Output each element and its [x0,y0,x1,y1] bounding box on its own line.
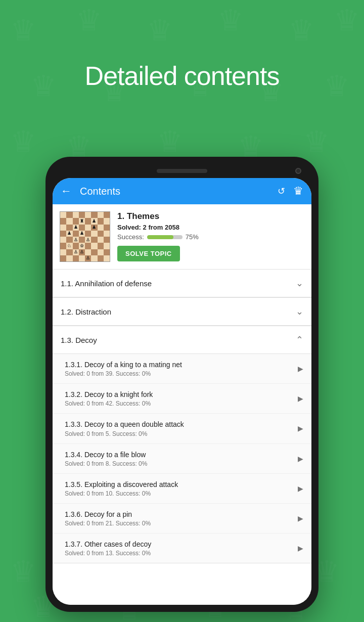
chevron-up-icon: ⌃ [296,334,303,345]
play-icon: ▶ [298,455,303,463]
item-title: 1.3.4. Decoy to a file blow [65,450,294,459]
item-title: 1.3.2. Decoy to a knight fork [65,390,294,399]
solve-topic-button[interactable]: SOLVE TOPIC [117,246,180,261]
topic-success: Success: 75% [117,233,304,241]
section-1-1-title: 1.1. Annihilation of defense [61,279,152,288]
svg-text:♛: ♛ [147,14,173,47]
svg-text:♛: ♛ [303,125,330,158]
svg-text:♛: ♛ [76,4,102,36]
item-sub: Solved: 0 from 13. Success: 0% [65,550,294,557]
play-icon: ▶ [298,424,303,432]
play-icon: ▶ [298,544,303,552]
section-1-2: 1.2. Distraction ⌄ [53,298,311,326]
phone-screen: ← Contents ↺ ♛ ♜♟♟♟♟♟♙♙♘♔♙♙♙ 1. Themes S… [53,178,311,605]
play-icon: ▶ [298,484,303,493]
list-item-content: 1.3.7. Other cases of decoy Solved: 0 fr… [65,540,294,557]
item-title: 1.3.1. Decoy of a king to a mating net [65,360,294,369]
app-bar-actions: ↺ ♛ [278,185,303,198]
list-item-content: 1.3.2. Decoy to a knight fork Solved: 0 … [65,390,294,407]
list-item[interactable]: 1.3.1. Decoy of a king to a mating net S… [53,354,311,384]
topic-title: 1. Themes [117,211,304,221]
section-1-3-header[interactable]: 1.3. Decoy ⌃ [53,326,311,354]
list-item[interactable]: 1.3.6. Decoy for a pin Solved: 0 from 21… [53,504,311,534]
list-item-content: 1.3.4. Decoy to a file blow Solved: 0 fr… [65,450,294,467]
svg-text:♛: ♛ [10,14,36,47]
phone-frame: ← Contents ↺ ♛ ♜♟♟♟♟♟♙♙♘♔♙♙♙ 1. Themes S… [46,157,318,612]
section-1-2-header[interactable]: 1.2. Distraction ⌄ [53,298,311,326]
list-item[interactable]: 1.3.2. Decoy to a knight fork Solved: 0 … [53,384,311,414]
section-1-1-header[interactable]: 1.1. Annihilation of defense ⌄ [53,270,311,297]
svg-text:♛: ♛ [10,125,36,158]
svg-text:♛: ♛ [217,4,244,36]
section-1-3-title: 1.3. Decoy [61,336,97,344]
play-icon: ▶ [298,514,303,522]
chevron-down-icon: ⌄ [296,278,303,289]
play-icon: ▶ [298,365,303,373]
item-sub: Solved: 0 from 10. Success: 0% [65,490,294,497]
item-title: 1.3.6. Decoy for a pin [65,510,294,519]
list-item[interactable]: 1.3.4. Decoy to a file blow Solved: 0 fr… [53,444,311,474]
crown-icon[interactable]: ♛ [293,185,303,198]
app-bar-title: Contents [80,186,278,197]
list-item[interactable]: 1.3.3. Decoy to a queen double attack So… [53,414,311,443]
refresh-icon[interactable]: ↺ [278,186,285,197]
item-sub: Solved: 0 from 39. Success: 0% [65,370,294,377]
item-title: 1.3.3. Decoy to a queen double attack [65,420,294,429]
page-title: Detailed contents [0,61,364,91]
list-item-content: 1.3.5. Exploiting a discovered attack So… [65,480,294,497]
phone-camera [295,168,301,174]
progress-bar [147,235,183,239]
phone-notch [53,164,311,178]
item-sub: Solved: 0 from 8. Success: 0% [65,460,294,467]
list-item[interactable]: 1.3.5. Exploiting a discovered attack So… [53,474,311,504]
section-1-2-title: 1.2. Distraction [61,307,111,316]
item-sub: Solved: 0 from 21. Success: 0% [65,520,294,527]
play-icon: ▶ [298,394,303,403]
topic-info: 1. Themes Solved: 2 from 2058 Success: 7… [117,211,304,261]
svg-text:♛: ♛ [10,555,36,588]
item-title: 1.3.7. Other cases of decoy [65,540,294,549]
list-item-content: 1.3.3. Decoy to a queen double attack So… [65,420,294,437]
topic-solved-count: Solved: 2 from 2058 [117,224,304,231]
section-1-3: 1.3. Decoy ⌃ 1.3.1. Decoy of a king to a… [53,326,311,563]
svg-text:♛: ♛ [157,125,183,158]
progress-bar-fill [147,235,174,239]
phone-speaker [157,169,207,173]
topic-card: ♜♟♟♟♟♟♙♙♘♔♙♙♙ 1. Themes Solved: 2 from 2… [53,204,311,270]
list-item[interactable]: 1.3.7. Other cases of decoy Solved: 0 fr… [53,534,311,563]
list-item-content: 1.3.6. Decoy for a pin Solved: 0 from 21… [65,510,294,527]
section-1-1: 1.1. Annihilation of defense ⌄ [53,270,311,298]
app-bar: ← Contents ↺ ♛ [53,178,311,204]
back-button[interactable]: ← [61,185,72,198]
chevron-down-icon-2: ⌄ [296,306,303,317]
item-sub: Solved: 0 from 42. Success: 0% [65,400,294,407]
content-area: ♜♟♟♟♟♟♙♙♘♔♙♙♙ 1. Themes Solved: 2 from 2… [53,204,311,605]
chess-board-thumbnail: ♜♟♟♟♟♟♙♙♘♔♙♙♙ [60,211,110,262]
success-percent: 75% [186,233,199,241]
svg-text:♛: ♛ [334,4,360,36]
svg-text:♛: ♛ [288,14,314,47]
item-sub: Solved: 0 from 5. Success: 0% [65,430,294,437]
item-title: 1.3.5. Exploiting a discovered attack [65,480,294,489]
svg-text:♛: ♛ [0,0,27,7]
list-item-content: 1.3.1. Decoy of a king to a mating net S… [65,360,294,377]
